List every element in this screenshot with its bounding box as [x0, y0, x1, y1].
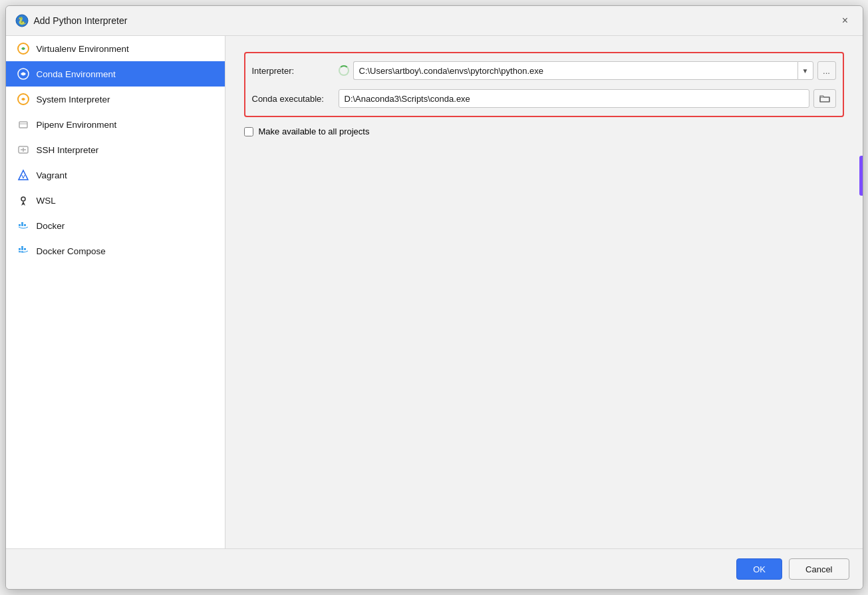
folder-icon: [819, 94, 830, 103]
svg-text:🐍: 🐍: [17, 16, 27, 25]
svg-rect-17: [19, 248, 21, 250]
interpreter-form-group: Interpreter: ▼ ...: [252, 61, 836, 80]
dialog-footer: OK Cancel: [6, 548, 863, 589]
conda-browse-button[interactable]: [813, 89, 836, 108]
sidebar-item-docker[interactable]: Docker: [6, 213, 225, 238]
svg-rect-5: [19, 122, 27, 128]
interpreter-control-wrapper: ▼ ...: [339, 61, 836, 80]
interpreter-input[interactable]: [353, 61, 797, 80]
sidebar-item-pipenv[interactable]: Pipenv Environment: [6, 112, 225, 137]
conda-icon: [17, 67, 30, 81]
ok-button[interactable]: OK: [736, 558, 782, 580]
conda-label: Conda executable:: [252, 94, 339, 104]
conda-form-group: Conda executable:: [252, 89, 836, 108]
pipenv-icon: [17, 118, 30, 131]
docker-icon: [17, 219, 30, 232]
sidebar-item-label-vagrant: Vagrant: [37, 170, 67, 180]
conda-executable-input[interactable]: [339, 89, 809, 108]
virtualenv-icon: [17, 42, 30, 55]
sidebar-item-label-pipenv: Pipenv Environment: [37, 120, 117, 130]
wsl-icon: [17, 194, 30, 207]
sidebar-item-label-docker-compose: Docker Compose: [37, 246, 106, 256]
sidebar-item-label-system: System Interpreter: [37, 95, 110, 104]
sidebar: Virtualenv Environment Conda Environment: [6, 36, 225, 548]
title-bar: 🐍 Add Python Interpreter ×: [6, 6, 863, 36]
docker-compose-icon: [17, 244, 30, 258]
svg-rect-16: [21, 222, 23, 224]
conda-control-wrapper: [339, 89, 836, 108]
system-icon: [17, 93, 30, 106]
sidebar-item-ssh[interactable]: SSH Interpreter: [6, 137, 225, 162]
sidebar-item-label-wsl: WSL: [37, 196, 56, 206]
interpreter-dropdown-button[interactable]: ▼: [797, 61, 813, 80]
vagrant-icon: V: [17, 168, 30, 182]
svg-rect-18: [21, 248, 23, 250]
highlighted-fields: Interpreter: ▼ ... Conda executable:: [244, 52, 844, 117]
cancel-button[interactable]: Cancel: [789, 558, 849, 580]
sidebar-item-virtualenv[interactable]: Virtualenv Environment: [6, 36, 225, 61]
make-available-row: Make available to all projects: [244, 126, 844, 136]
dialog-title: Add Python Interpreter: [34, 15, 837, 26]
sidebar-item-label-virtualenv: Virtualenv Environment: [37, 44, 129, 54]
sidebar-item-docker-compose[interactable]: Docker Compose: [6, 238, 225, 264]
interpreter-loading-icon: [339, 65, 349, 76]
svg-rect-13: [19, 224, 21, 226]
sidebar-item-system[interactable]: System Interpreter: [6, 87, 225, 112]
svg-point-12: [21, 197, 25, 201]
svg-rect-15: [24, 224, 26, 226]
make-available-label[interactable]: Make available to all projects: [259, 126, 370, 136]
add-python-interpreter-dialog: 🐍 Add Python Interpreter × Virtualenv En…: [5, 5, 863, 590]
sidebar-item-label-docker: Docker: [37, 221, 65, 231]
svg-rect-23: [820, 97, 829, 102]
sidebar-item-wsl[interactable]: WSL: [6, 188, 225, 213]
sidebar-item-label-conda: Conda Environment: [37, 69, 116, 79]
main-content: Interpreter: ▼ ... Conda executable:: [225, 36, 863, 548]
svg-text:V: V: [21, 174, 25, 180]
sidebar-item-vagrant[interactable]: V Vagrant: [6, 162, 225, 188]
close-button[interactable]: ×: [837, 13, 853, 29]
interpreter-label: Interpreter:: [252, 66, 339, 76]
svg-rect-14: [21, 224, 23, 226]
interpreter-more-button[interactable]: ...: [817, 61, 836, 80]
ssh-icon: [17, 143, 30, 156]
sidebar-item-label-ssh: SSH Interpreter: [37, 145, 99, 155]
svg-rect-20: [21, 246, 23, 248]
svg-rect-19: [24, 248, 26, 250]
app-icon: 🐍: [15, 14, 29, 27]
sidebar-item-conda[interactable]: Conda Environment: [6, 61, 225, 87]
make-available-checkbox[interactable]: [244, 127, 253, 136]
purple-accent-bar: [859, 156, 863, 196]
dialog-body: Virtualenv Environment Conda Environment: [6, 36, 863, 548]
